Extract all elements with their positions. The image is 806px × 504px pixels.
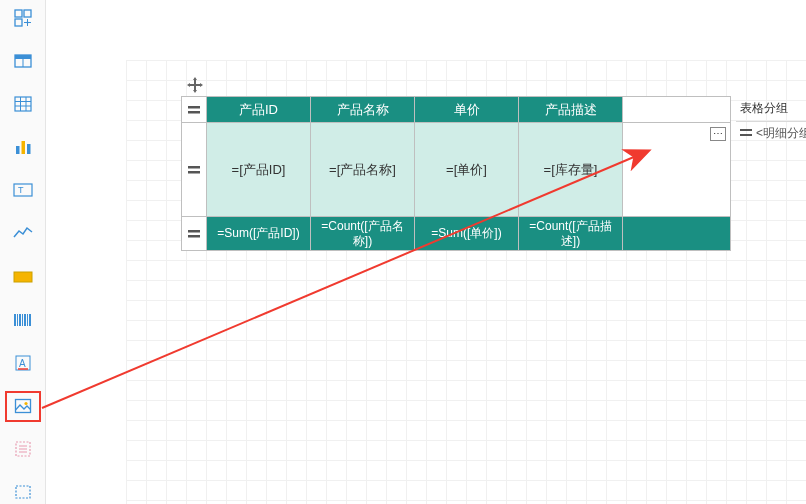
group-item-label: <明细分组> (756, 125, 806, 142)
svg-rect-26 (29, 314, 31, 326)
svg-text:A: A (19, 358, 26, 369)
svg-rect-14 (16, 146, 20, 154)
svg-rect-15 (21, 141, 25, 154)
footer-cell-3[interactable]: =Count([产品描述]) (519, 217, 623, 251)
header-cell-0[interactable]: 产品ID (207, 97, 311, 123)
row-handle-footer[interactable] (182, 217, 207, 251)
group-panel-title: 表格分组 (736, 96, 806, 122)
chart-tool[interactable] (9, 136, 37, 159)
svg-rect-16 (27, 144, 31, 154)
svg-rect-42 (188, 235, 200, 238)
data-cell-1[interactable]: =[产品名称] (311, 123, 415, 217)
header-cell-4[interactable] (623, 97, 731, 123)
row-indicator-icon (187, 228, 201, 240)
richtext-icon: A (14, 354, 32, 372)
richtext-tool[interactable]: A (9, 351, 37, 374)
row-handle-header[interactable] (182, 97, 207, 123)
svg-rect-22 (19, 314, 21, 326)
svg-rect-19 (14, 272, 32, 282)
subreport-icon (14, 440, 32, 458)
group-item-detail[interactable]: <明细分组> (736, 122, 806, 144)
data-cell-0[interactable]: =[产品ID] (207, 123, 311, 217)
data-cell-3[interactable]: =[库存量] (519, 123, 623, 217)
footer-row: =Sum([产品ID]) =Count([产品名称]) =Sum([单价]) =… (182, 217, 731, 251)
image-icon (14, 397, 32, 415)
row-indicator-icon (187, 164, 201, 176)
barcode-icon (13, 313, 33, 327)
toolbox-sidebar: T A (0, 0, 46, 504)
svg-rect-30 (15, 400, 30, 413)
subreport-tool[interactable] (9, 438, 37, 461)
header-row: 产品ID 产品名称 单价 产品描述 (182, 97, 731, 123)
svg-rect-44 (740, 134, 752, 136)
textbox-tool[interactable]: T (9, 179, 37, 202)
header-cell-2[interactable]: 单价 (415, 97, 519, 123)
rect-tool[interactable] (9, 265, 37, 288)
svg-rect-36 (16, 486, 30, 498)
footer-cell-0[interactable]: =Sum([产品ID]) (207, 217, 311, 251)
design-canvas: 产品ID 产品名称 单价 产品描述 =[产品ID] =[产品名称] =[单价] … (46, 0, 806, 504)
line-chart-icon (13, 226, 33, 240)
matrix-tool[interactable] (9, 92, 37, 115)
data-cell-2[interactable]: =[单价] (415, 123, 519, 217)
svg-rect-9 (15, 97, 31, 111)
svg-point-31 (24, 402, 27, 405)
svg-rect-2 (15, 19, 22, 26)
table-icon (14, 52, 32, 70)
svg-rect-0 (15, 10, 22, 17)
layout-icon (14, 9, 32, 27)
barcode-tool[interactable] (9, 308, 37, 331)
svg-rect-20 (14, 314, 16, 326)
header-cell-3[interactable]: 产品描述 (519, 97, 623, 123)
textbox-icon: T (13, 183, 33, 197)
svg-rect-43 (740, 129, 752, 131)
group-panel: 表格分组 <明细分组> (736, 96, 806, 144)
footer-cell-4[interactable] (623, 217, 731, 251)
table-tool[interactable] (9, 49, 37, 72)
svg-rect-1 (24, 10, 31, 17)
svg-rect-23 (22, 314, 23, 326)
move-icon (187, 77, 203, 93)
svg-rect-37 (188, 106, 200, 109)
cell-options-button[interactable]: ⋯ (710, 127, 726, 141)
layout-tool[interactable] (9, 6, 37, 29)
rectangle-icon (13, 271, 33, 283)
svg-rect-41 (188, 230, 200, 233)
svg-rect-38 (188, 111, 200, 114)
image-tool[interactable] (9, 395, 37, 418)
row-handle-data[interactable] (182, 123, 207, 217)
group-icon (740, 128, 752, 138)
header-cell-1[interactable]: 产品名称 (311, 97, 415, 123)
container-tool[interactable] (9, 481, 37, 504)
footer-cell-1[interactable]: =Count([产品名称]) (311, 217, 415, 251)
svg-rect-39 (188, 166, 200, 169)
svg-rect-24 (24, 314, 26, 326)
report-table[interactable]: 产品ID 产品名称 单价 产品描述 =[产品ID] =[产品名称] =[单价] … (181, 96, 731, 251)
svg-rect-21 (17, 314, 18, 326)
move-handle[interactable] (186, 76, 204, 94)
matrix-icon (14, 95, 32, 113)
svg-rect-40 (188, 171, 200, 174)
svg-text:T: T (18, 185, 24, 195)
row-indicator-icon (187, 104, 201, 116)
container-icon (14, 484, 32, 500)
footer-cell-2[interactable]: =Sum([单价]) (415, 217, 519, 251)
sparkline-tool[interactable] (9, 222, 37, 245)
svg-rect-7 (15, 55, 31, 59)
chart-icon (14, 138, 32, 156)
svg-rect-25 (27, 314, 28, 326)
data-cell-blank[interactable]: ⋯ (623, 123, 731, 217)
data-row: =[产品ID] =[产品名称] =[单价] =[库存量] ⋯ (182, 123, 731, 217)
